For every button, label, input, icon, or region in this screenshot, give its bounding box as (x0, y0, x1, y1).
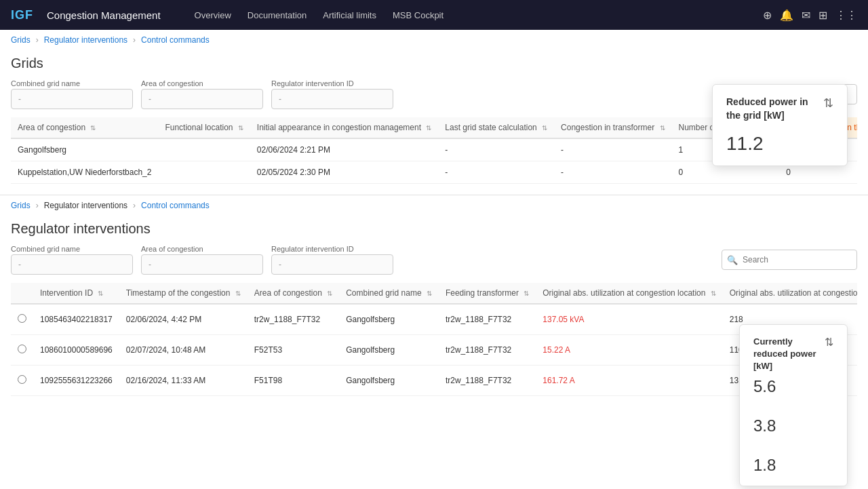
col-initial-appearance[interactable]: Initial appearance in congestion managem… (250, 117, 439, 138)
col-int-area[interactable]: Area of congestion ⇅ (248, 283, 339, 304)
int-regulator-id-input[interactable] (271, 254, 393, 275)
grids-section: Grids › Regulator interventions › Contro… (0, 30, 868, 195)
cell-last-grid-1: - (438, 138, 554, 161)
col-timestamp[interactable]: Timestamp of the congestion ⇅ (119, 283, 248, 304)
col-orig-pct[interactable]: Original abs. utilization at congestion … (723, 283, 857, 304)
cell-int-area-2: F52T53 (248, 335, 339, 366)
int-area-input[interactable] (141, 254, 263, 275)
area-congestion-filter: Area of congestion (141, 79, 263, 109)
breadcrumb-control-item-2[interactable]: Control commands (141, 201, 210, 210)
regulator-id-filter: Regulator intervention ID (271, 79, 393, 109)
int-search-wrapper: 🔍 (722, 250, 857, 270)
cell-feeding-3: tr2w_1188_F7T32 (439, 366, 536, 396)
popup-card-title: Reduced power in the grid [kW] (726, 96, 818, 122)
col-functional-location[interactable]: Functional location ⇅ (158, 117, 250, 138)
popup-value: 11.2 (726, 133, 833, 155)
int-popup-value2: 3.8 (753, 416, 833, 435)
col-orig-abs[interactable]: Original abs. utilization at congestion … (536, 283, 722, 304)
breadcrumb-grids-item-2[interactable]: Grids (11, 201, 31, 210)
area-congestion-input[interactable] (141, 89, 263, 109)
cell-area-2: Kuppelstation,UW Niederforstbach_2 (11, 161, 158, 184)
cell-id-2: 1086010000589696 (33, 335, 119, 366)
header-actions: ⊕ 🔔 ✉ ⊞ ⋮⋮ (763, 9, 857, 22)
cell-int-grid-3: Gangolfsberg (339, 366, 439, 396)
int-popup-title: Currently reduced power [kW] (753, 336, 821, 373)
main-content: Grids › Regulator interventions › Contro… (0, 30, 868, 489)
col-congestion-transformer[interactable]: Congestion in transformer ⇅ (554, 117, 671, 138)
interventions-filters: Combined grid name Area of congestion Re… (11, 245, 857, 275)
col-int-combined-grid[interactable]: Combined grid name ⇅ (339, 283, 439, 304)
col-last-grid-state[interactable]: Last grid state calculation ⇅ (438, 117, 554, 138)
connectivity-icon[interactable]: ⊕ (763, 9, 772, 22)
cell-id-1: 1085463402218317 (33, 304, 119, 335)
area-congestion-label: Area of congestion (141, 79, 263, 87)
nav-msb-cockpit[interactable]: MSB Cockpit (386, 6, 450, 24)
int-popup-value1: 5.6 (753, 377, 833, 396)
combined-grid-label: Combined grid name (11, 79, 133, 87)
int-popup-value3: 1.8 (753, 456, 833, 475)
cell-last-grid-2: - (438, 161, 554, 184)
apps-icon[interactable]: ⋮⋮ (835, 9, 857, 22)
int-popup-sort-icon[interactable]: ⇅ (825, 336, 833, 349)
combined-grid-input[interactable] (11, 89, 133, 109)
col-select (11, 283, 33, 304)
cell-ts-3: 02/16/2024, 11:33 AM (119, 366, 248, 396)
popup-sort-icon[interactable]: ⇅ (823, 96, 833, 111)
breadcrumb-regulator-item[interactable]: Regulator interventions (44, 35, 127, 45)
nav-documentation[interactable]: Documentation (241, 6, 313, 24)
breadcrumb-separator-4: › (133, 201, 136, 210)
interventions-popup-card: Currently reduced power [kW] ⇅ 5.6 3.8 1… (739, 324, 848, 486)
int-area-label: Area of congestion (141, 245, 263, 253)
row-radio-2[interactable] (18, 345, 26, 353)
int-combined-grid-label: Combined grid name (11, 245, 133, 253)
breadcrumb-regulator-item-2[interactable]: Regulator interventions (44, 201, 127, 210)
breadcrumb-grids-item[interactable]: Grids (11, 35, 31, 45)
cell-int-grid-2: Gangolfsberg (339, 335, 439, 366)
col-area-congestion[interactable]: Area of congestion ⇅ (11, 117, 158, 138)
breadcrumb-separator-3: › (36, 201, 39, 210)
cell-congestion-transformer-2: - (554, 161, 671, 184)
interventions-section: Grids › Regulator interventions › Contro… (0, 195, 868, 407)
app-title: Congestion Management (47, 9, 161, 21)
int-combined-grid-input[interactable] (11, 254, 133, 275)
cell-orig-abs-2: 15.22 A (536, 335, 722, 366)
grid-icon[interactable]: ⊞ (818, 9, 827, 22)
bell-icon[interactable]: 🔔 (780, 9, 793, 22)
app-logo: IGF (11, 8, 33, 22)
row-radio-1[interactable] (18, 314, 26, 323)
combined-grid-filter: Combined grid name (11, 79, 133, 109)
mail-icon[interactable]: ✉ (802, 9, 810, 22)
regulator-id-label: Regulator intervention ID (271, 79, 393, 87)
cell-initial-1: 02/06/2024 2:21 PM (250, 138, 439, 161)
nav-artificial-limits[interactable]: Artificial limits (316, 6, 383, 24)
table-row: 1086010000589696 02/07/2024, 10:48 AM F5… (11, 335, 857, 366)
cell-ts-1: 02/06/2024, 4:42 PM (119, 304, 248, 335)
cell-ts-2: 02/07/2024, 10:48 AM (119, 335, 248, 366)
int-combined-grid-filter: Combined grid name (11, 245, 133, 275)
cell-orig-abs-1: 137.05 kVA (536, 304, 722, 335)
cell-functional-1 (158, 138, 250, 161)
regulator-id-input[interactable] (271, 89, 393, 109)
cell-functional-2 (158, 161, 250, 184)
int-search-icon: 🔍 (727, 255, 738, 265)
grids-popup-card: Reduced power in the grid [kW] ⇅ 11.2 (712, 84, 848, 166)
cell-int-area-1: tr2w_1188_F7T32 (248, 304, 339, 335)
int-regulator-id-filter: Regulator intervention ID (271, 245, 393, 275)
col-intervention-id[interactable]: Intervention ID ⇅ (33, 283, 119, 304)
main-nav: Overview Documentation Artificial limits… (188, 6, 451, 24)
cell-initial-2: 02/05/2024 2:30 PM (250, 161, 439, 184)
col-feeding-transformer[interactable]: Feeding transformer ⇅ (439, 283, 536, 304)
row-radio-3[interactable] (18, 375, 26, 384)
int-area-filter: Area of congestion (141, 245, 263, 275)
int-search-input[interactable] (722, 250, 857, 270)
cell-orig-abs-3: 161.72 A (536, 366, 722, 396)
cell-int-area-3: F51T98 (248, 366, 339, 396)
breadcrumb-interventions: Grids › Regulator interventions › Contro… (0, 195, 868, 216)
breadcrumb-separator-2: › (133, 35, 136, 45)
breadcrumb-control-item[interactable]: Control commands (141, 35, 210, 45)
breadcrumb-grids: Grids › Regulator interventions › Contro… (0, 30, 868, 50)
header: IGF Congestion Management Overview Docum… (0, 0, 868, 30)
interventions-table-wrapper: Intervention ID ⇅ Timestamp of the conge… (11, 283, 857, 396)
interventions-table: Intervention ID ⇅ Timestamp of the conge… (11, 283, 857, 396)
nav-overview[interactable]: Overview (188, 6, 238, 24)
